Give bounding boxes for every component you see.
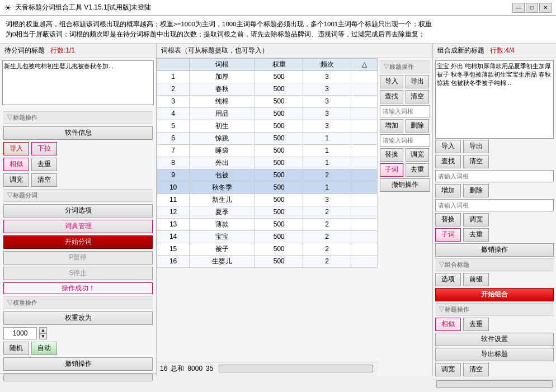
- right-adjust-width2-button[interactable]: 调宽: [435, 363, 461, 376]
- right-textarea[interactable]: [435, 60, 554, 139]
- right-dedup2-button[interactable]: 去重: [463, 318, 489, 331]
- right-btn-area: 导入 导出 查找 清空 增加 删除 替换 调宽 子词: [435, 139, 554, 377]
- mid-word-input-2[interactable]: [380, 134, 430, 147]
- table-row[interactable]: 5 初生 500 3: [157, 120, 378, 132]
- word-table-area[interactable]: 词根 权重 频次 △ 1 加厚 500 3 2 春秋 500 3 3 纯棉: [157, 58, 378, 362]
- table-row[interactable]: 7 睡袋 500 1: [157, 144, 378, 157]
- mid-import-button[interactable]: 导入: [380, 75, 403, 88]
- table-row[interactable]: 1 加厚 500 3: [157, 70, 378, 83]
- col-sort: △: [351, 58, 378, 70]
- right-import-button[interactable]: 导入: [435, 140, 461, 153]
- undo-op-button[interactable]: 撤销操作: [3, 357, 153, 371]
- left-h-scrollbar[interactable]: [3, 374, 153, 381]
- right-adjust-width-button[interactable]: 调宽: [463, 213, 489, 226]
- right-clear-button[interactable]: 清空: [463, 155, 489, 168]
- similar-button[interactable]: 相似: [3, 158, 29, 171]
- cell-freq: 3: [303, 70, 351, 83]
- change-weight-button[interactable]: 权重改为: [3, 311, 153, 325]
- right-undo-op-button[interactable]: 撤销操作: [435, 243, 554, 257]
- dedup-button[interactable]: 去重: [31, 158, 57, 171]
- right-add-button[interactable]: 增加: [435, 184, 461, 197]
- right-h-scrollbar[interactable]: [436, 380, 553, 388]
- window-controls: — □ ✕: [512, 3, 552, 13]
- table-row[interactable]: 2 春秋 500 3: [157, 83, 378, 95]
- mid-undo-button[interactable]: 撤销操作: [380, 178, 430, 192]
- weight-down-button[interactable]: ▼: [39, 333, 47, 339]
- mid-clear-button[interactable]: 清空: [406, 90, 429, 103]
- mid-subword-button[interactable]: 子词: [380, 163, 403, 177]
- right-find-button[interactable]: 查找: [435, 155, 461, 168]
- table-row[interactable]: 3 纯棉 500 3: [157, 95, 378, 107]
- footer-total-freq: 35: [206, 365, 213, 372]
- weight-value-input[interactable]: [3, 327, 37, 339]
- cell-weight: 500: [255, 144, 303, 157]
- mid-h-scrollbar[interactable]: [219, 365, 373, 372]
- minimize-button[interactable]: —: [512, 3, 525, 13]
- pull-down-button[interactable]: 下拉: [31, 142, 57, 155]
- cell-word: 惊跳: [190, 132, 255, 144]
- stop-button[interactable]: S停止: [3, 267, 153, 280]
- table-row[interactable]: 16 生婴儿 500 2: [157, 255, 378, 267]
- start-seg-button[interactable]: 开始分词: [3, 235, 153, 249]
- start-combine-button[interactable]: 开始组合: [435, 288, 554, 301]
- right-subword-button[interactable]: 子词: [435, 228, 461, 242]
- mid-delete-button[interactable]: 删除: [406, 119, 429, 133]
- mid-export-button[interactable]: 导出: [406, 75, 429, 88]
- close-button[interactable]: ✕: [539, 3, 552, 13]
- table-row[interactable]: 14 宝宝 500 2: [157, 230, 378, 243]
- table-row[interactable]: 10 秋冬季 500 1: [157, 181, 378, 193]
- adjust-width-button[interactable]: 调宽: [3, 173, 29, 187]
- import-button[interactable]: 导入: [3, 142, 29, 155]
- auto-button[interactable]: 自动: [31, 342, 57, 355]
- col-word: 词根: [190, 58, 255, 70]
- random-button[interactable]: 随机: [3, 342, 29, 355]
- prefix-button[interactable]: 前缀: [463, 273, 489, 286]
- right-delete-button[interactable]: 删除: [463, 184, 489, 197]
- right-replace-button[interactable]: 替换: [435, 213, 461, 226]
- table-row[interactable]: 12 夏季 500 2: [157, 206, 378, 218]
- maximize-button[interactable]: □: [526, 3, 538, 13]
- right-clear2-button[interactable]: 清空: [463, 363, 489, 376]
- export-title-button[interactable]: 导出标题: [435, 348, 554, 361]
- cell-num: 3: [157, 95, 190, 107]
- mid-word-input-1[interactable]: [380, 105, 430, 117]
- right-word-input-2[interactable]: [435, 199, 554, 211]
- mid-add-button[interactable]: 增加: [380, 119, 403, 133]
- right-similar-button[interactable]: 相似: [435, 318, 461, 331]
- cell-word: 包被: [190, 169, 255, 181]
- right-dedup-button[interactable]: 去重: [463, 228, 489, 242]
- software-info-button[interactable]: 软件信息: [3, 126, 153, 140]
- right-export-button[interactable]: 导出: [463, 140, 489, 153]
- table-row[interactable]: 4 用品 500 3: [157, 107, 378, 120]
- mid-adjust-width-button[interactable]: 调宽: [406, 148, 429, 162]
- pause-button[interactable]: P暂停: [3, 251, 153, 265]
- table-row[interactable]: 6 惊跳 500 1: [157, 132, 378, 144]
- app-icon: ☀: [4, 3, 12, 12]
- col-freq: 频次: [303, 58, 351, 70]
- dict-manage-button[interactable]: 词典管理: [3, 220, 153, 233]
- seg-options-button[interactable]: 分词选项: [3, 204, 153, 218]
- table-row[interactable]: 11 新生儿 500 3: [157, 193, 378, 206]
- mid-header: 词根表（可从标题提取，也可导入）: [157, 44, 432, 58]
- table-row[interactable]: 9 包被 500 2: [157, 169, 378, 181]
- table-row[interactable]: 8 外出 500 1: [157, 157, 378, 169]
- cell-sort: [351, 107, 378, 120]
- cell-freq: 1: [303, 181, 351, 193]
- weight-up-button[interactable]: ▲: [39, 327, 47, 333]
- table-row[interactable]: 13 薄款 500 2: [157, 218, 378, 230]
- similar-dedup-row: 相似 去重: [3, 158, 153, 171]
- mid-import-export-row: 导入 导出: [380, 75, 430, 88]
- options-button[interactable]: 选项: [435, 273, 461, 286]
- weight-input-row: ▲ ▼: [3, 327, 153, 339]
- left-textarea[interactable]: [2, 60, 154, 105]
- mid-find-button[interactable]: 查找: [380, 90, 403, 103]
- cell-weight: 500: [255, 206, 303, 218]
- cell-sort: [351, 120, 378, 132]
- mid-replace-button[interactable]: 替换: [380, 148, 403, 162]
- soft-settings-button[interactable]: 软件设置: [435, 333, 554, 346]
- mid-dedup-button[interactable]: 去重: [406, 163, 429, 177]
- clear-button[interactable]: 清空: [31, 173, 57, 187]
- table-row[interactable]: 15 被子 500 2: [157, 243, 378, 255]
- mid-add-delete-row: 增加 删除: [380, 119, 430, 133]
- right-word-input-1[interactable]: [435, 170, 554, 182]
